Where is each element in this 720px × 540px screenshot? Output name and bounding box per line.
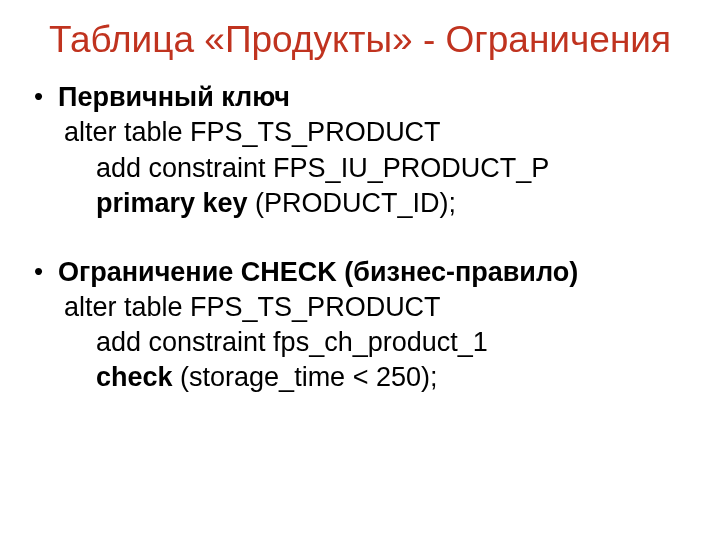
keyword: primary key [96, 188, 248, 218]
slide-body: Первичный ключ alter table FPS_TS_PRODUC… [34, 80, 686, 395]
section-heading: Ограничение CHECK (бизнес-правило) [58, 255, 578, 290]
spacer [34, 221, 686, 255]
code-line: alter table FPS_TS_PRODUCT [34, 115, 686, 150]
section-heading: Первичный ключ [58, 80, 290, 115]
code-line: alter table FPS_TS_PRODUCT [34, 290, 686, 325]
keyword: check [96, 362, 173, 392]
bullet-item: Первичный ключ [34, 80, 686, 115]
code-line: add constraint FPS_IU_PRODUCT_P [34, 151, 686, 186]
code-line: check (storage_time < 250); [34, 360, 686, 395]
bullet-dot [34, 255, 58, 289]
bullet-item: Ограничение CHECK (бизнес-правило) [34, 255, 686, 290]
code-text: (storage_time < 250); [173, 362, 438, 392]
code-line: primary key (PRODUCT_ID); [34, 186, 686, 221]
bullet-dot [34, 80, 58, 114]
code-text: (PRODUCT_ID); [248, 188, 457, 218]
slide-title: Таблица «Продукты» - Ограничения [34, 18, 686, 62]
code-line: add constraint fps_ch_product_1 [34, 325, 686, 360]
